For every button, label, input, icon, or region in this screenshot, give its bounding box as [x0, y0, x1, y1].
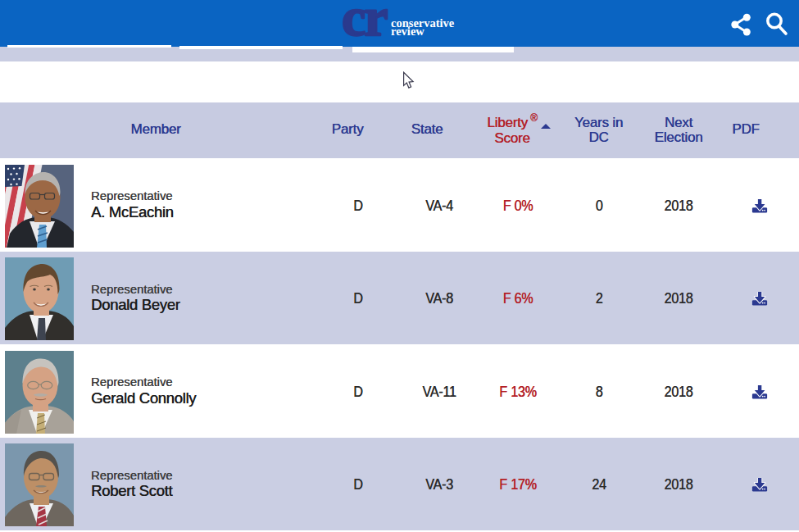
svg-text:review: review: [391, 25, 424, 38]
svg-text:cr: cr: [342, 0, 387, 47]
